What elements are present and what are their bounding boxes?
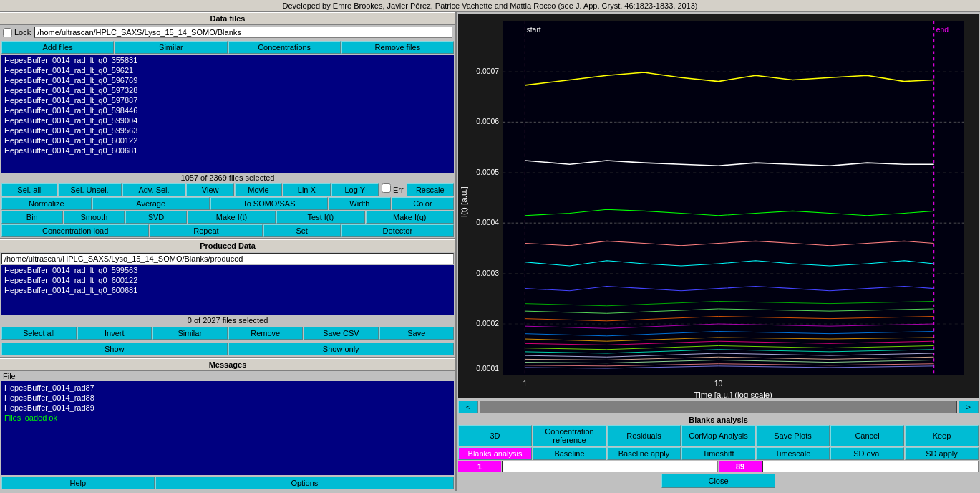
concentrations-button[interactable]: Concentrations <box>228 41 341 54</box>
svg-text:I(t) [a.u.]: I(t) [a.u.] <box>460 186 469 217</box>
produced-count: 0 of 2027 files selected <box>0 315 455 325</box>
file-path: /home/ultrascan/HPLC_SAXS/Lyso_15_14_SOM… <box>34 27 452 38</box>
select-all-button[interactable]: Select all <box>1 327 77 340</box>
toolbar-row-4: Concentration load Repeat Set Detector <box>1 224 454 237</box>
scroll-track[interactable] <box>480 401 956 413</box>
keep-button[interactable]: Keep <box>905 425 979 446</box>
top-bar-text: Developed by Emre Brookes, Javier Pérez,… <box>282 1 697 10</box>
similar-button[interactable]: Similar <box>115 41 227 54</box>
remove-button[interactable]: Remove <box>228 327 304 340</box>
detector-button[interactable]: Detector <box>341 224 454 237</box>
help-button[interactable]: Help <box>1 477 155 489</box>
show-only-button[interactable]: Show only <box>228 343 455 355</box>
repeat-button[interactable]: Repeat <box>150 224 262 237</box>
baseline-button[interactable]: Baseline <box>533 447 606 460</box>
average-button[interactable]: Average <box>92 197 210 210</box>
number-row: 1 89 <box>458 461 979 472</box>
normalize-button[interactable]: Normalize <box>1 197 92 210</box>
svg-text:1: 1 <box>523 380 528 388</box>
file-list[interactable]: HepesBuffer_0014_rad_lt_q0_355831 HepesB… <box>1 55 454 173</box>
scroll-next-button[interactable]: > <box>959 401 979 413</box>
list-item[interactable]: HepesBuffer_0014_rad_lt_q0_600122 <box>1 275 454 285</box>
width-button[interactable]: Width <box>329 197 391 210</box>
list-item[interactable]: HepesBuffer_0014_rad_lt_q0_599004 <box>1 115 454 125</box>
adv-sel-button[interactable]: Adv. Sel. <box>122 183 186 196</box>
lock-row: Lock /home/ultrascan/HPLC_SAXS/Lyso_15_1… <box>0 25 455 39</box>
timeshift-button[interactable]: Timeshift <box>681 447 755 460</box>
options-button[interactable]: Options <box>155 477 454 489</box>
chart-bottom: < > Blanks analysis 3D Concentration ref… <box>457 399 980 491</box>
num-cell-1: 1 <box>458 461 501 472</box>
scroll-prev-button[interactable]: < <box>458 401 478 413</box>
concentration-load-button[interactable]: Concentration load <box>1 224 149 237</box>
messages-section: Messages File HepesBuffer_0014_rad87 Hep… <box>0 357 455 476</box>
toolbar-row-3: Bin Smooth SVD Make I(t) Test I(t) Make … <box>1 211 454 224</box>
rescale-button[interactable]: Rescale <box>407 183 454 196</box>
svg-text:0.0004: 0.0004 <box>476 219 499 226</box>
make-it-button[interactable]: Make I(t) <box>188 211 276 224</box>
sel-unsel-button[interactable]: Sel. Unsel. <box>58 183 122 196</box>
svg-text:0.0005: 0.0005 <box>476 168 499 176</box>
list-item[interactable]: HepesBuffer_0014_rad_lt_q0_600681 <box>1 145 454 155</box>
baseline-apply-button[interactable]: Baseline apply <box>607 447 681 460</box>
sel-all-button[interactable]: Sel. all <box>1 183 57 196</box>
log-y-button[interactable]: Log Y <box>331 183 379 196</box>
test-it-button[interactable]: Test I(t) <box>276 211 364 224</box>
list-item[interactable]: HepesBuffer_0014_rad_lt_q0_599563 <box>1 265 454 275</box>
list-item[interactable]: HepesBuffer_0014_rad_lt_q0_355831 <box>1 55 454 65</box>
view-button[interactable]: View <box>186 183 233 196</box>
remove-files-button[interactable]: Remove files <box>341 41 454 54</box>
to-somo-button[interactable]: To SOMO/SAS <box>210 197 328 210</box>
svd-button[interactable]: SVD <box>125 211 187 224</box>
lin-x-button[interactable]: Lin X <box>283 183 330 196</box>
file-count: 1057 of 2369 files selected <box>0 173 455 183</box>
toolbar-row-2: Normalize Average To SOMO/SAS Width Colo… <box>1 197 454 210</box>
list-item[interactable]: HepesBuffer_0014_rad_lt_q0_600122 <box>1 135 454 145</box>
analysis-btns-row2: Blanks analysis Baseline Baseline apply … <box>458 447 979 460</box>
top-bar: Developed by Emre Brookes, Javier Pérez,… <box>0 0 980 12</box>
3d-button[interactable]: 3D <box>458 425 532 446</box>
timescale-button[interactable]: Timescale <box>756 447 830 460</box>
err-checkbox[interactable] <box>382 183 391 193</box>
produced-list[interactable]: HepesBuffer_0014_rad_lt_q0_599563 HepesB… <box>1 265 454 315</box>
close-button[interactable]: Close <box>661 474 775 488</box>
color-button[interactable]: Color <box>392 197 454 210</box>
save-button[interactable]: Save <box>379 327 455 340</box>
bin-button[interactable]: Bin <box>1 211 63 224</box>
similar2-button[interactable]: Similar <box>152 327 228 340</box>
list-item[interactable]: HepesBuffer_0014_rad_lt_q0_59621 <box>1 65 454 75</box>
cancel-button[interactable]: Cancel <box>830 425 904 446</box>
sd-apply-button[interactable]: SD apply <box>905 447 979 460</box>
lock-checkbox[interactable] <box>3 28 12 37</box>
list-item[interactable]: HepesBuffer_0014_rad_lt_q0_596769 <box>1 75 454 85</box>
num-cell-spacer <box>502 461 718 472</box>
add-files-button[interactable]: Add files <box>1 41 114 54</box>
bottom-buttons: Help Options <box>0 475 455 491</box>
blanks-analysis-button[interactable]: Blanks analysis <box>458 447 532 460</box>
smooth-button[interactable]: Smooth <box>64 211 125 224</box>
svg-text:0.0002: 0.0002 <box>476 320 499 327</box>
list-item[interactable]: HepesBuffer_0014_rad_lt_q0_597887 <box>1 95 454 105</box>
list-item[interactable]: HepesBuffer_0014_rad_lt_q0_600681 <box>1 285 454 295</box>
make-iq-button[interactable]: Make I(q) <box>366 211 454 224</box>
save-csv-button[interactable]: Save CSV <box>304 327 379 340</box>
toolbar-row-1: Sel. all Sel. Unsel. Adv. Sel. View Movi… <box>1 183 454 196</box>
residuals-button[interactable]: Residuals <box>607 425 681 446</box>
save-plots-button[interactable]: Save Plots <box>756 425 830 446</box>
list-item[interactable]: HepesBuffer_0014_rad_lt_q0_597328 <box>1 85 454 95</box>
toolbar: Sel. all Sel. Unsel. Adv. Sel. View Movi… <box>0 183 455 238</box>
show-button[interactable]: Show <box>1 343 228 355</box>
concentration-reference-button[interactable]: Concentration reference <box>533 425 606 446</box>
produced-section: Produced Data /home/ultrascan/HPLC_SAXS/… <box>0 238 455 357</box>
list-item[interactable]: HepesBuffer_0014_rad_lt_q0_599563 <box>1 125 454 135</box>
set-button[interactable]: Set <box>263 224 341 237</box>
invert-button[interactable]: Invert <box>77 327 152 340</box>
num-cell-spacer2 <box>762 461 979 472</box>
list-item[interactable]: HepesBuffer_0014_rad_lt_q0_598446 <box>1 105 454 115</box>
sd-eval-button[interactable]: SD eval <box>830 447 904 460</box>
svg-text:0.0006: 0.0006 <box>476 118 499 125</box>
movie-button[interactable]: Movie <box>235 183 282 196</box>
final-row: Close <box>458 472 979 489</box>
cormap-analysis-button[interactable]: CorMap Analysis <box>681 425 755 446</box>
show-buttons: Show Show only <box>0 341 455 357</box>
